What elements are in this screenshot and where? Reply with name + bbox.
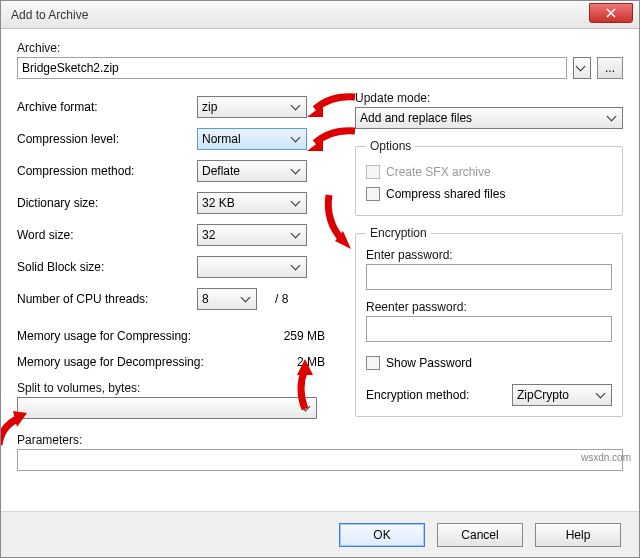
- titlebar: Add to Archive: [1, 1, 639, 29]
- chevron-down-icon: [291, 133, 301, 143]
- compression-level-value: Normal: [202, 132, 241, 146]
- compression-level-label: Compression level:: [17, 132, 197, 146]
- options-group: Options Create SFX archive Compress shar…: [355, 139, 623, 216]
- chevron-down-icon: [291, 261, 301, 271]
- mem-compress-value: 259 MB: [284, 329, 325, 343]
- chevron-down-icon: [596, 389, 606, 399]
- solid-block-combo[interactable]: [197, 256, 307, 278]
- solid-block-label: Solid Block size:: [17, 260, 197, 274]
- archive-format-value: zip: [202, 100, 217, 114]
- reenter-password-label: Reenter password:: [366, 300, 612, 314]
- encryption-group: Encryption Enter password: Reenter passw…: [355, 226, 623, 417]
- update-mode-value: Add and replace files: [360, 111, 472, 125]
- ellipsis-icon: ...: [605, 61, 615, 75]
- parameters-input[interactable]: [17, 449, 623, 471]
- chevron-down-icon: [291, 197, 301, 207]
- compress-shared-checkbox[interactable]: [366, 187, 380, 201]
- dictionary-size-combo[interactable]: 32 KB: [197, 192, 307, 214]
- dictionary-size-label: Dictionary size:: [17, 196, 197, 210]
- chevron-down-icon: [576, 62, 586, 72]
- browse-button[interactable]: ...: [597, 57, 623, 79]
- chevron-down-icon: [291, 101, 301, 111]
- parameters-label: Parameters:: [17, 433, 623, 447]
- cpu-threads-value: 8: [202, 292, 209, 306]
- enter-password-label: Enter password:: [366, 248, 612, 262]
- show-password-label: Show Password: [386, 356, 472, 370]
- dialog-content: Archive: ... Archive format: zip Compres…: [1, 29, 639, 511]
- dialog-window: Add to Archive Archive: ... Archive form…: [0, 0, 640, 558]
- chevron-down-icon: [291, 229, 301, 239]
- encryption-method-value: ZipCrypto: [517, 388, 569, 402]
- button-bar: OK Cancel Help: [1, 511, 639, 557]
- compression-method-combo[interactable]: Deflate: [197, 160, 307, 182]
- cpu-threads-combo[interactable]: 8: [197, 288, 257, 310]
- compress-shared-label: Compress shared files: [386, 187, 505, 201]
- mem-compress-label: Memory usage for Compressing:: [17, 329, 191, 343]
- dictionary-size-value: 32 KB: [202, 196, 235, 210]
- archive-label: Archive:: [17, 41, 623, 55]
- update-mode-combo[interactable]: Add and replace files: [355, 107, 623, 129]
- show-password-checkbox[interactable]: [366, 356, 380, 370]
- ok-button-label: OK: [373, 528, 390, 542]
- compression-method-label: Compression method:: [17, 164, 197, 178]
- reenter-password-input[interactable]: [366, 316, 612, 342]
- archive-path-input[interactable]: [17, 57, 567, 79]
- archive-format-combo[interactable]: zip: [197, 96, 307, 118]
- chevron-down-icon: [241, 293, 251, 303]
- help-button[interactable]: Help: [535, 523, 621, 547]
- left-column: Archive format: zip Compression level: N…: [17, 91, 337, 427]
- archive-history-dropdown[interactable]: [573, 57, 591, 79]
- word-size-label: Word size:: [17, 228, 197, 242]
- chevron-down-icon: [607, 112, 617, 122]
- word-size-combo[interactable]: 32: [197, 224, 307, 246]
- cpu-threads-label: Number of CPU threads:: [17, 292, 197, 306]
- word-size-value: 32: [202, 228, 215, 242]
- ok-button[interactable]: OK: [339, 523, 425, 547]
- chevron-down-icon: [291, 165, 301, 175]
- window-title: Add to Archive: [11, 8, 88, 22]
- split-label: Split to volumes, bytes:: [17, 381, 337, 395]
- options-legend: Options: [366, 139, 415, 153]
- encryption-method-combo[interactable]: ZipCrypto: [512, 384, 612, 406]
- update-mode-label: Update mode:: [355, 91, 623, 105]
- create-sfx-checkbox: [366, 165, 380, 179]
- compression-level-combo[interactable]: Normal: [197, 128, 307, 150]
- enter-password-input[interactable]: [366, 264, 612, 290]
- chevron-down-icon: [301, 402, 311, 412]
- archive-format-label: Archive format:: [17, 100, 197, 114]
- help-button-label: Help: [566, 528, 591, 542]
- close-icon: [606, 8, 616, 18]
- split-combo[interactable]: [17, 397, 317, 419]
- right-column: Update mode: Add and replace files Optio…: [355, 91, 623, 427]
- cpu-threads-max: / 8: [275, 292, 288, 306]
- mem-decompress-label: Memory usage for Decompressing:: [17, 355, 204, 369]
- cancel-button[interactable]: Cancel: [437, 523, 523, 547]
- cancel-button-label: Cancel: [461, 528, 498, 542]
- compression-method-value: Deflate: [202, 164, 240, 178]
- create-sfx-label: Create SFX archive: [386, 165, 491, 179]
- encryption-method-label: Encryption method:: [366, 388, 469, 402]
- encryption-legend: Encryption: [366, 226, 431, 240]
- close-button[interactable]: [589, 3, 633, 23]
- mem-decompress-value: 2 MB: [297, 355, 325, 369]
